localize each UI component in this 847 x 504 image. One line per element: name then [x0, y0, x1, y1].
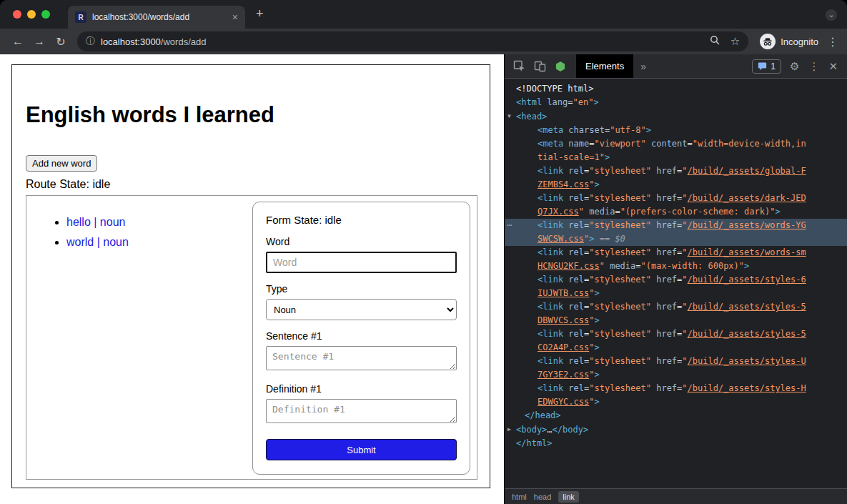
type-label: Type [266, 283, 457, 295]
collapse-arrow-icon[interactable]: ▶ [507, 423, 516, 436]
code-line[interactable]: <link rel="stylesheet" href="/build/_ass… [505, 164, 847, 178]
code-line[interactable]: <link rel="stylesheet" href="/build/_ass… [505, 327, 847, 341]
browser-menu-icon[interactable]: ⋮ [826, 35, 840, 49]
code-line[interactable]: <link rel="stylesheet" href="/build/_ass… [505, 246, 847, 260]
zoom-icon[interactable] [710, 35, 720, 48]
breadcrumb-html[interactable]: html [512, 493, 527, 501]
definition-textarea[interactable] [266, 399, 457, 423]
code-line[interactable]: Q7JX.css" media="(prefers-color-scheme: … [505, 205, 847, 219]
code-line[interactable]: ZEMBS4.css"> [505, 178, 847, 192]
code-line[interactable]: ▶<body>…</body> [505, 423, 847, 437]
site-info-icon[interactable]: ⓘ [86, 35, 95, 48]
code-line[interactable]: <link rel="stylesheet" href="/build/_ass… [505, 382, 847, 395]
fullscreen-window-button[interactable] [41, 10, 50, 19]
tab-title: localhost:3000/words/add [92, 12, 227, 22]
code-line[interactable]: </head> [505, 409, 847, 423]
code-line[interactable]: HCNGU2KF.css" media="(max-width: 600px)"… [505, 260, 847, 273]
tab-elements[interactable]: Elements [576, 54, 633, 78]
devtools-close-icon[interactable]: ✕ [828, 60, 838, 73]
route-state-text: Route State: idle [26, 178, 476, 191]
code-line[interactable]: <html lang="en"> [505, 96, 847, 109]
devtools-code[interactable]: <!DOCTYPE html><html lang="en">▼<head><m… [505, 79, 847, 488]
code-line[interactable]: </html> [505, 437, 847, 450]
device-toolbar-icon[interactable] [534, 60, 546, 72]
favicon: R [75, 11, 86, 23]
code-line[interactable]: ⋯<link rel="stylesheet" href="/build/_as… [505, 219, 847, 232]
issues-counter[interactable]: 1 [752, 59, 781, 74]
extension-hexagon-icon[interactable] [555, 61, 566, 72]
forward-button[interactable]: → [29, 35, 50, 48]
issues-count: 1 [771, 61, 776, 71]
close-window-button[interactable] [13, 10, 21, 19]
submit-button[interactable]: Submit [266, 439, 457, 460]
url-text: localhost:3000/words/add [101, 36, 700, 47]
sentence-label: Sentence #1 [266, 330, 457, 342]
code-line[interactable]: 7GY3E2.css"> [505, 368, 847, 382]
word-input[interactable] [266, 252, 457, 273]
devtools-menu-icon[interactable]: ⋮ [808, 60, 819, 73]
traffic-lights [13, 10, 50, 19]
incognito-badge[interactable]: Incognito [760, 34, 818, 49]
code-line[interactable]: <link rel="stylesheet" href="/build/_ass… [505, 355, 847, 368]
tab-close-icon[interactable]: × [232, 12, 238, 22]
tab-strip: R localhost:3000/words/add × + ⌄ [0, 0, 847, 29]
devtools-breadcrumbs: html head link [505, 488, 847, 504]
add-word-form: Form State: idle Word Type Noun Sentence… [252, 202, 470, 475]
app-container: English words I learned Add new word Rou… [11, 64, 490, 488]
page-title: English words I learned [26, 102, 476, 128]
expand-arrow-icon[interactable]: ▼ [507, 109, 516, 123]
browser-window: R localhost:3000/words/add × + ⌄ ← → ↻ ⓘ… [0, 0, 847, 504]
breadcrumb-link[interactable]: link [558, 491, 579, 503]
code-line[interactable]: tial-scale=1"> [505, 151, 847, 164]
definition-label: Definition #1 [266, 383, 457, 395]
code-line[interactable]: CO2A4P.css"> [505, 341, 847, 355]
code-line[interactable]: <!DOCTYPE html> [505, 82, 847, 96]
words-panel: hello | noun world | noun Form State: id… [26, 195, 477, 480]
code-line[interactable]: IUJWTB.css"> [505, 287, 847, 300]
more-panels-icon[interactable]: » [640, 61, 646, 72]
bookmark-star-icon[interactable]: ☆ [730, 35, 740, 48]
inspect-element-icon[interactable] [513, 60, 525, 72]
url-bar[interactable]: ⓘ localhost:3000/words/add ☆ [77, 31, 748, 51]
devtools-toolbar: Elements » 1 ⚙ ⋮ ✕ [505, 54, 847, 79]
incognito-label: Incognito [781, 36, 818, 47]
new-tab-button[interactable]: + [256, 6, 264, 21]
code-line[interactable]: SWCSW.css"> == $0 [505, 232, 847, 246]
issue-bubble-icon [758, 62, 767, 71]
sentence-textarea[interactable] [266, 346, 457, 370]
reload-button[interactable]: ↻ [50, 35, 71, 49]
browser-tab[interactable]: R localhost:3000/words/add × [68, 6, 245, 29]
code-line[interactable]: EDWGYC.css"> [505, 395, 847, 409]
url-path: /words/add [161, 36, 207, 47]
add-new-word-button[interactable]: Add new word [26, 155, 97, 172]
word-link-hello[interactable]: hello | noun [66, 216, 125, 228]
code-line[interactable]: <link rel="stylesheet" href="/build/_ass… [505, 273, 847, 287]
back-button[interactable]: ← [7, 35, 29, 48]
code-line[interactable]: <link rel="stylesheet" href="/build/_ass… [505, 300, 847, 314]
incognito-icon [760, 34, 776, 49]
word-link-world[interactable]: world | noun [66, 236, 129, 248]
form-state-text: Form State: idle [266, 214, 457, 226]
code-line[interactable]: ▼<head> [505, 109, 847, 124]
gutter-dots-icon[interactable]: ⋯ [507, 219, 512, 232]
code-line[interactable]: DBWVCS.css"> [505, 314, 847, 327]
tab-search-button[interactable]: ⌄ [826, 9, 837, 21]
devtools-panel: Elements » 1 ⚙ ⋮ ✕ <!DOCTYPE html><html … [504, 54, 847, 504]
breadcrumb-head[interactable]: head [534, 493, 551, 501]
type-select[interactable]: Noun [266, 299, 457, 320]
navigation-bar: ← → ↻ ⓘ localhost:3000/words/add ☆ Incog… [0, 29, 847, 54]
minimize-window-button[interactable] [27, 10, 36, 19]
word-label: Word [266, 236, 457, 247]
web-page: English words I learned Add new word Rou… [0, 54, 504, 504]
devtools-settings-icon[interactable]: ⚙ [790, 60, 799, 73]
code-line[interactable]: <meta charset="utf-8"> [505, 124, 847, 137]
code-line[interactable]: <link rel="stylesheet" href="/build/_ass… [505, 192, 847, 205]
code-line[interactable]: <meta name="viewport" content="width=dev… [505, 137, 847, 151]
url-host: localhost:3000 [101, 36, 161, 47]
